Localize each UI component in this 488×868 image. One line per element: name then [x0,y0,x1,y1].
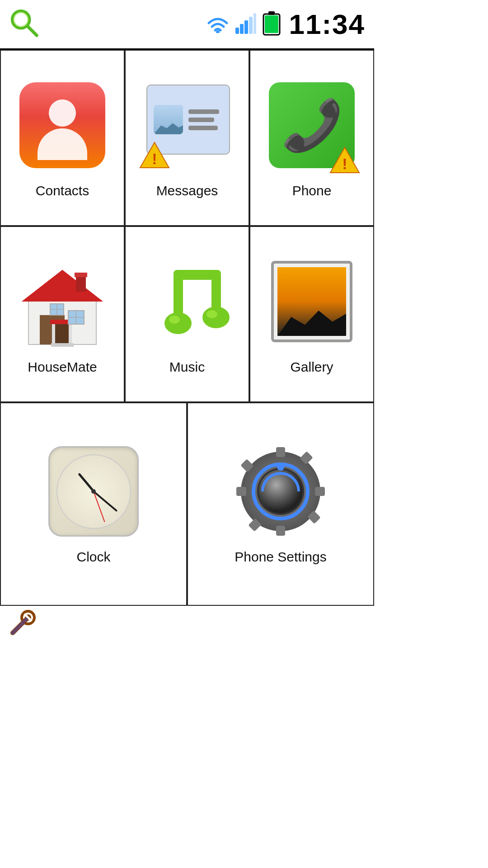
svg-rect-41 [276,447,285,457]
svg-rect-10 [268,11,275,15]
wrench-icon[interactable] [8,609,36,637]
clock-icon [44,442,143,541]
housemate-label: HouseMate [28,359,97,375]
app-phone-settings[interactable]: Phone Settings [187,402,374,606]
svg-rect-5 [240,24,244,34]
svg-text:!: ! [152,150,157,167]
signal-bars-icon [235,13,256,36]
svg-rect-42 [276,526,285,536]
svg-line-57 [13,619,26,633]
phone-label: Phone [292,183,332,198]
app-grid-row3: Clock [0,402,374,606]
phone-settings-label: Phone Settings [235,549,326,565]
svg-rect-25 [53,324,70,344]
svg-rect-7 [249,17,253,34]
svg-rect-8 [253,13,256,34]
contacts-icon [13,75,112,175]
svg-text:!: ! [342,155,347,172]
svg-point-37 [202,307,230,328]
messages-icon: ! [137,75,237,175]
phone-settings-icon [231,442,330,541]
app-messages[interactable]: ! Messages [125,50,249,226]
status-bar: 11:34 [0,0,374,50]
battery-icon [263,11,282,38]
svg-point-51 [259,470,302,513]
clock-label: Clock [76,549,110,565]
gallery-label: Gallery [290,359,333,375]
svg-point-39 [206,310,217,318]
phone-icon: 📞 ! [262,75,361,175]
svg-line-1 [27,26,37,35]
app-grid-row1: Contacts [0,50,374,402]
svg-rect-35 [174,270,183,320]
svg-rect-6 [244,20,248,34]
svg-marker-17 [22,270,103,302]
music-label: Music [169,359,205,375]
app-clock[interactable]: Clock [0,402,187,606]
gallery-icon [262,252,361,351]
music-icon [137,252,237,351]
search-icon[interactable] [9,8,41,41]
messages-label: Messages [156,183,218,198]
footer-area [0,606,374,642]
svg-point-36 [164,312,192,334]
housemate-icon [13,252,112,351]
svg-rect-20 [75,273,87,277]
app-music[interactable]: Music [125,226,249,402]
svg-rect-11 [265,15,278,33]
svg-point-2 [14,12,28,27]
svg-point-3 [216,30,220,33]
app-housemate[interactable]: HouseMate [0,226,125,402]
svg-point-38 [169,316,180,324]
status-right: 11:34 [206,8,365,40]
wifi-icon [206,14,229,35]
svg-rect-44 [315,487,325,496]
svg-rect-43 [236,487,246,496]
app-contacts[interactable]: Contacts [0,50,125,226]
svg-point-52 [277,463,284,471]
app-phone[interactable]: 📞 ! Phone [249,50,374,226]
contacts-label: Contacts [36,183,89,198]
svg-rect-32 [51,343,74,347]
app-gallery[interactable]: Gallery [249,226,374,402]
time-display: 11:34 [289,8,365,40]
svg-rect-4 [235,28,239,34]
